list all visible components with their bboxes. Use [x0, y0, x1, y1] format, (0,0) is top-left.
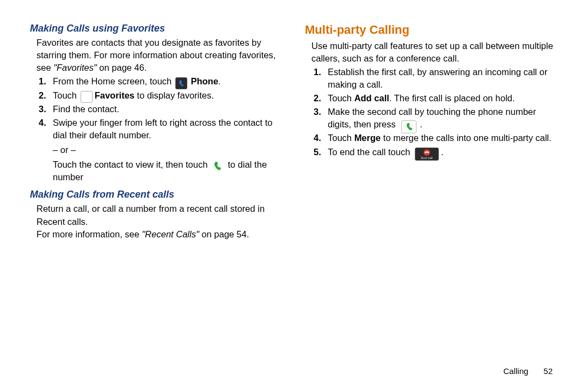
text: To end the call touch [328, 147, 413, 157]
step-4: Touch Merge to merge the calls into one … [326, 132, 558, 144]
text: on page 46. [97, 63, 147, 72]
ref-recent-calls: "Recent Calls" [142, 229, 199, 239]
text: . The first call is placed on hold. [389, 93, 515, 103]
heading-recent: Making Calls from Recent calls [30, 188, 283, 201]
step-2: Touch Add call. The first call is placed… [326, 92, 558, 105]
text: Establish the first call, by answering a… [328, 67, 548, 89]
phone-label: Phone [188, 76, 218, 86]
step-5: To end the call touch End call. [326, 146, 558, 158]
text: to merge the calls into one multi-party … [381, 133, 552, 143]
right-column: Multi-party Calling Use multi-party call… [305, 22, 558, 366]
text: on page 54. [199, 229, 249, 239]
merge-label: Merge [354, 133, 381, 143]
text: Touch [53, 90, 79, 100]
favorites-tab-icon [81, 91, 93, 103]
text: For more information, see [36, 229, 142, 239]
text: Touch [328, 93, 354, 103]
text: Touch the contact to view it, then touch [53, 160, 210, 169]
text: . [441, 147, 444, 157]
add-call-label: Add call [354, 93, 389, 103]
page-footer: Calling 52 [30, 366, 558, 376]
text: . [420, 119, 422, 129]
step-1: Establish the first call, by answering a… [326, 66, 558, 91]
multiparty-intro: Use multi-party call features to set up … [305, 40, 558, 65]
text: Swipe your finger from left to right acr… [53, 118, 273, 140]
page-number: 52 [543, 366, 553, 376]
manual-page: Making Calls using Favorites Favorites a… [0, 0, 588, 392]
text: From the Home screen, touch [53, 76, 174, 86]
text: Touch [328, 133, 354, 143]
or-divider: – or – [53, 144, 283, 156]
multiparty-steps: Establish the first call, by answering a… [305, 66, 558, 158]
recent-p2: For more information, see "Recent Calls"… [30, 228, 283, 241]
step-3: Find the contact. [51, 103, 283, 115]
end-call-icon: End call [415, 148, 439, 161]
text: . [218, 76, 221, 86]
text: Find the contact. [53, 104, 119, 114]
step-1: From the Home screen, touch Phone. [51, 75, 283, 88]
end-call-label: End call [415, 156, 438, 160]
text: Make the second call by touching the pho… [328, 107, 536, 129]
favorites-steps: From the Home screen, touch Phone. Touch… [30, 75, 283, 183]
heading-favorites: Making Calls using Favorites [30, 22, 283, 35]
text: to display favorites. [134, 90, 214, 100]
left-column: Making Calls using Favorites Favorites a… [30, 22, 283, 366]
phone-app-icon [175, 77, 187, 89]
favorites-label: Favorites [95, 90, 134, 100]
dial-icon [212, 161, 223, 172]
step-3: Make the second call by touching the pho… [326, 106, 558, 131]
heading-multiparty: Multi-party Calling [305, 22, 558, 39]
favorites-intro: Favorites are contacts that you designat… [30, 36, 283, 74]
columns: Making Calls using Favorites Favorites a… [30, 22, 558, 366]
call-button-icon [401, 120, 416, 133]
section-name: Calling [503, 366, 528, 376]
step-2: Touch Favorites to display favorites. [51, 89, 283, 102]
recent-p1: Return a call, or call a number from a r… [30, 203, 283, 228]
ref-favorites: "Favorites" [53, 63, 97, 72]
step-4: Swipe your finger from left to right acr… [51, 117, 283, 183]
